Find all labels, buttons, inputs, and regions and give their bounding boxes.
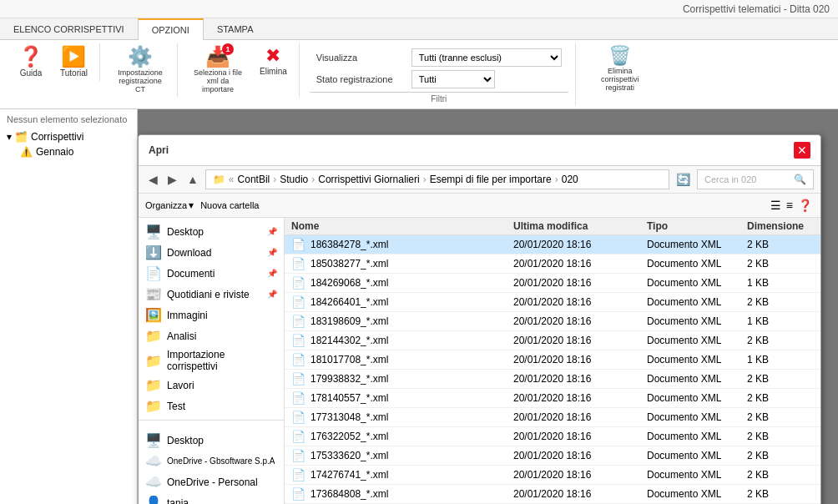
nav-item-test[interactable]: 📁 Test bbox=[139, 396, 284, 416]
tab-opzioni[interactable]: OPZIONI bbox=[138, 18, 204, 40]
col-size[interactable]: Dimensione bbox=[747, 220, 814, 232]
file-row[interactable]: 📄 186384278_*.xml 20/01/2020 18:16 Docum… bbox=[285, 235, 820, 255]
nav-item-desktop-fav[interactable]: 🖥️ Desktop 📌 bbox=[139, 221, 284, 242]
file-modified: 20/01/2020 18:16 bbox=[513, 239, 647, 250]
file-modified: 20/01/2020 18:16 bbox=[513, 469, 647, 481]
file-name-cell: 📄 181017708_*.xml bbox=[291, 353, 513, 366]
nav-item-documenti[interactable]: 📄 Documenti 📌 bbox=[139, 263, 284, 284]
file-row[interactable]: 📄 178140557_*.xml 20/01/2020 18:16 Docum… bbox=[285, 389, 820, 408]
view-details-button[interactable]: ≡ bbox=[785, 197, 795, 214]
col-type[interactable]: Tipo bbox=[647, 220, 747, 232]
dialog-title: Apri bbox=[149, 144, 169, 156]
nav-item-lavori[interactable]: 📁 Lavori bbox=[139, 375, 284, 396]
elimina-corrispettivi-button[interactable]: 🗑️ Elimina corrispettiviregistrati bbox=[586, 45, 654, 93]
file-name: 183198609_*.xml bbox=[310, 315, 388, 327]
nav-item-analisi[interactable]: 📁 Analisi bbox=[139, 325, 284, 346]
corrispettivi-icon: 🗂️ bbox=[15, 131, 28, 143]
organize-button[interactable]: Organizza ▾ bbox=[145, 199, 194, 211]
file-name-cell: 📄 184269068_*.xml bbox=[291, 276, 513, 290]
file-row[interactable]: 📄 184269068_*.xml 20/01/2020 18:16 Docum… bbox=[285, 274, 820, 293]
file-type: Documento XML bbox=[647, 450, 747, 461]
nav-item-quotidiani[interactable]: 📰 Quotidiani e riviste 📌 bbox=[139, 284, 284, 305]
tutorial-button[interactable]: ▶️ Tutorial bbox=[55, 45, 93, 79]
elimina-button[interactable]: ✖ Elimina bbox=[255, 45, 292, 78]
path-sep-1: « bbox=[229, 174, 235, 185]
nav-item-tania[interactable]: 👤 tania bbox=[139, 492, 284, 504]
seleziona-icon-wrap: 📥 1 bbox=[205, 47, 230, 68]
tab-stampa[interactable]: STAMPA bbox=[204, 18, 267, 39]
file-row[interactable]: 📄 174276741_*.xml 20/01/2020 18:16 Docum… bbox=[285, 466, 820, 485]
file-modified: 20/01/2020 18:16 bbox=[513, 373, 647, 385]
file-list: Nome Ultima modifica Tipo Dimensione 📄 1… bbox=[285, 218, 820, 504]
file-name-cell: 📄 177313048_*.xml bbox=[291, 411, 513, 424]
file-type: Documento XML bbox=[647, 296, 747, 308]
file-row[interactable]: 📄 173684808_*.xml 20/01/2020 18:16 Docum… bbox=[285, 485, 820, 504]
new-folder-button[interactable]: Nuova cartella bbox=[200, 200, 259, 210]
stato-select[interactable]: Tutti bbox=[411, 70, 495, 88]
stato-label: Stato registrazione bbox=[316, 74, 408, 84]
file-modified: 20/01/2020 18:16 bbox=[513, 258, 647, 270]
seleziona-button[interactable]: 📥 1 Seleziona i filexml da importare bbox=[188, 45, 248, 95]
file-type: Documento XML bbox=[647, 392, 747, 404]
up-button[interactable]: ▲ bbox=[184, 171, 202, 188]
search-box[interactable]: Cerca in 020 🔍 bbox=[697, 169, 814, 189]
nav-item-immagini[interactable]: 🖼️ Immagini bbox=[139, 305, 284, 325]
nav-item-onedrive-personal[interactable]: ☁️ OneDrive - Personal bbox=[139, 471, 284, 492]
tutorial-label: Tutorial bbox=[60, 68, 88, 78]
nav-item-desktop-places[interactable]: 🖥️ Desktop bbox=[139, 430, 284, 451]
tutorial-icon: ▶️ bbox=[61, 47, 86, 67]
nav-item-importazione[interactable]: 📁 Importazione corrispettivi bbox=[139, 346, 284, 375]
guida-button[interactable]: ❓ Guida bbox=[13, 45, 48, 79]
file-type: Documento XML bbox=[647, 411, 747, 423]
main-layout: Nessun elemento selezionato ▾ 🗂️ Corrisp… bbox=[0, 109, 838, 504]
tree-item-gennaio[interactable]: ⚠️ Gennaio bbox=[17, 144, 134, 159]
address-path[interactable]: 📁 « ContBil › Studio › Corrispettivi Gio… bbox=[205, 169, 669, 189]
back-button[interactable]: ◀ bbox=[145, 171, 161, 188]
tree-item-corrispettivi[interactable]: ▾ 🗂️ Corrispettivi bbox=[3, 129, 134, 144]
view-list-button[interactable]: ☰ bbox=[769, 197, 783, 214]
file-row[interactable]: 📄 184266401_*.xml 20/01/2020 18:16 Docum… bbox=[285, 293, 820, 312]
warning-icon: ⚠️ bbox=[20, 146, 33, 158]
file-row[interactable]: 📄 175333620_*.xml 20/01/2020 18:16 Docum… bbox=[285, 446, 820, 466]
file-modified: 20/01/2020 18:16 bbox=[513, 354, 647, 365]
file-row[interactable]: 📄 182144302_*.xml 20/01/2020 18:16 Docum… bbox=[285, 331, 820, 350]
file-row[interactable]: 📄 183198609_*.xml 20/01/2020 18:16 Docum… bbox=[285, 312, 820, 331]
file-row[interactable]: 📄 177313048_*.xml 20/01/2020 18:16 Docum… bbox=[285, 408, 820, 427]
file-size: 2 KB bbox=[747, 335, 814, 346]
impostazione-button[interactable]: ⚙️ Impostazioneregistrazione CT bbox=[110, 45, 170, 95]
tab-elenco-corrispettivi[interactable]: ELENCO CORRISPETTIVI bbox=[0, 18, 138, 39]
file-row[interactable]: 📄 181017708_*.xml 20/01/2020 18:16 Docum… bbox=[285, 350, 820, 370]
ribbon-content: ❓ Guida ▶️ Tutorial ⚙️ Impostazioneregis… bbox=[0, 40, 838, 108]
visualizza-select[interactable]: Tutti (tranne esclusi) bbox=[411, 48, 562, 67]
desktop-icon: 🖥️ bbox=[145, 224, 162, 239]
file-modified: 20/01/2020 18:16 bbox=[513, 488, 647, 500]
col-name[interactable]: Nome bbox=[291, 220, 513, 232]
file-modified: 20/01/2020 18:16 bbox=[513, 450, 647, 461]
visualizza-label: Visualizza bbox=[316, 53, 408, 63]
file-row[interactable]: 📄 185038277_*.xml 20/01/2020 18:16 Docum… bbox=[285, 255, 820, 274]
file-modified: 20/01/2020 18:16 bbox=[513, 335, 647, 346]
refresh-button[interactable]: 🔄 bbox=[673, 171, 694, 188]
dialog-close-button[interactable]: ✕ bbox=[794, 142, 810, 159]
ribbon-group-elimina-corr: 🗑️ Elimina corrispettiviregistrati bbox=[579, 43, 661, 95]
xml-file-icon: 📄 bbox=[291, 353, 305, 366]
nav-item-onedrive-gb[interactable]: ☁️ OneDrive - Gbsoftware S.p.A bbox=[139, 451, 284, 471]
xml-file-icon: 📄 bbox=[291, 295, 305, 309]
file-size: 2 KB bbox=[747, 392, 814, 404]
path-part-5: 020 bbox=[562, 174, 578, 185]
analisi-icon: 📁 bbox=[145, 328, 162, 344]
nav-item-download[interactable]: ⬇️ Download 📌 bbox=[139, 242, 284, 263]
col-modified[interactable]: Ultima modifica bbox=[513, 220, 647, 232]
forward-button[interactable]: ▶ bbox=[164, 171, 180, 188]
file-name-cell: 📄 173684808_*.xml bbox=[291, 487, 513, 501]
dialog-title-bar: Apri ✕ bbox=[139, 135, 820, 166]
view-help-button[interactable]: ❓ bbox=[796, 197, 814, 214]
file-name: 184269068_*.xml bbox=[310, 277, 388, 289]
pin-icon: 📌 bbox=[267, 227, 277, 236]
file-row[interactable]: 📄 176322052_*.xml 20/01/2020 18:16 Docum… bbox=[285, 427, 820, 446]
file-size: 2 KB bbox=[747, 239, 814, 250]
file-row[interactable]: 📄 179938832_*.xml 20/01/2020 18:16 Docum… bbox=[285, 370, 820, 389]
quotidiani-icon: 📰 bbox=[145, 286, 162, 302]
search-icon: 🔍 bbox=[794, 174, 806, 185]
elimina-icon: ✖ bbox=[265, 47, 280, 65]
